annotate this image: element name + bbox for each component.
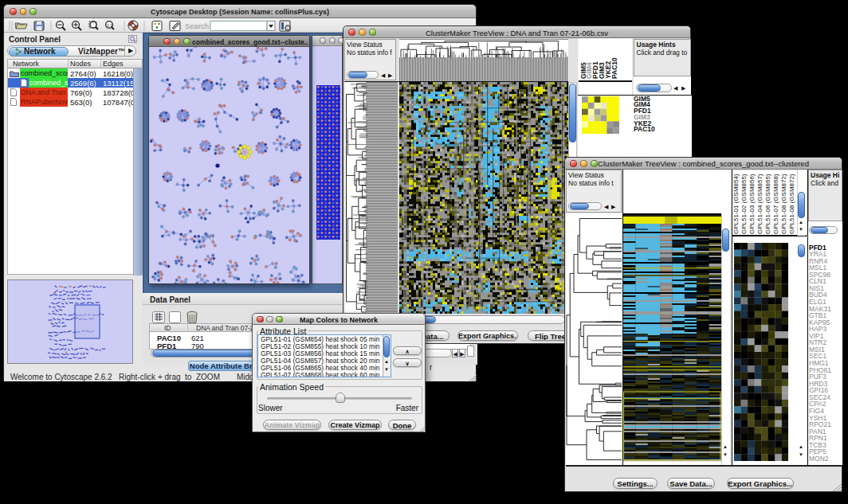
svg-text:GPL51-01 (GSM854): GPL51-01 (GSM854) — [732, 174, 740, 234]
svg-text:GPL51-08 (GSM872): GPL51-08 (GSM872) — [780, 174, 787, 234]
svg-text:Search:: Search: — [185, 21, 211, 30]
svg-text:PAC10: PAC10 — [610, 57, 618, 79]
svg-text:GPL51-06 (GSM865): GPL51-06 (GSM865) — [764, 174, 771, 234]
svg-text:GPL51-03 (GSM856): GPL51-03 (GSM856) — [748, 174, 756, 234]
svg-text:1:1: 1:1 — [107, 23, 112, 28]
svg-text:GPL51-04 (GSM857): GPL51-04 (GSM857) — [756, 174, 764, 234]
svg-text:GPL51-02 (GSM855): GPL51-02 (GSM855) — [740, 174, 748, 234]
svg-text:GPL51-07 (GSM868): GPL51-07 (GSM868) — [772, 174, 779, 234]
svg-text:GPL51-08 (GSM872): GPL51-08 (GSM872) — [788, 174, 795, 234]
